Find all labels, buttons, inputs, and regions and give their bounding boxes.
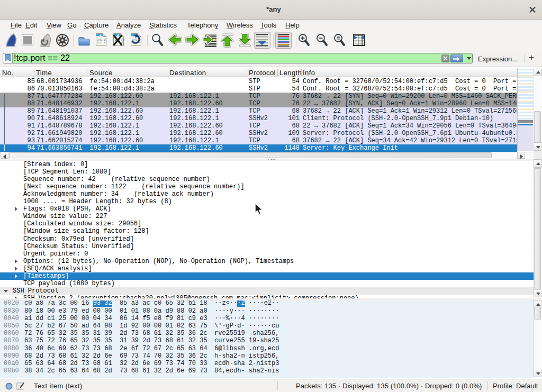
- svg-text:0111 01: 0111 01: [97, 42, 107, 44]
